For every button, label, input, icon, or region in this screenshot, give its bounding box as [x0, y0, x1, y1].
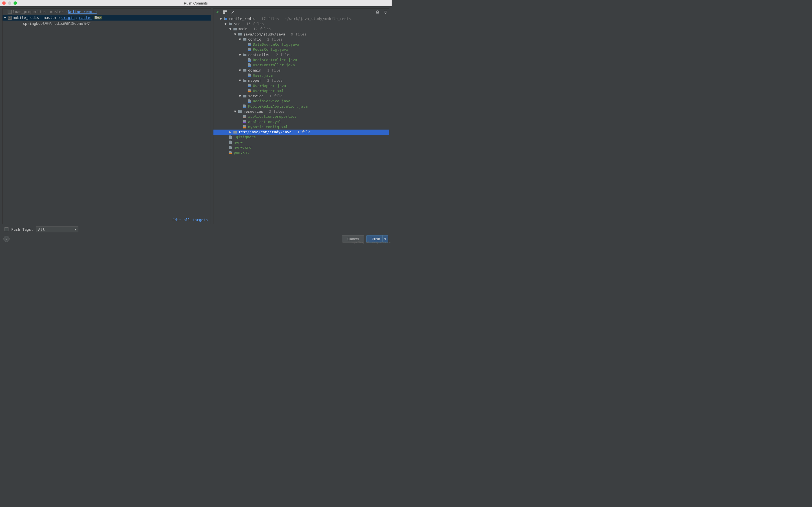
node-count: 2 files — [263, 78, 283, 82]
commits-panel: load_properties master → Define remote ▼… — [2, 8, 211, 224]
module-row-load-properties[interactable]: load_properties master → Define remote — [3, 9, 211, 15]
changes-panel: ▼mobile_redis 17 files ~/work/java_study… — [213, 8, 389, 224]
tree-row[interactable]: mvnw — [213, 140, 389, 145]
svg-rect-7 — [248, 66, 251, 67]
tree-row[interactable]: ▼config 2 files — [213, 37, 389, 42]
collapse-icon[interactable]: ▼ — [239, 38, 241, 41]
tree-row[interactable]: ▼domain 1 file — [213, 68, 389, 73]
window-title: Push Commits — [184, 1, 208, 5]
push-tags-checkbox[interactable] — [4, 227, 8, 231]
tree-row[interactable]: User.java — [213, 73, 389, 78]
push-tags-label: Push Tags: — [11, 227, 33, 231]
svg-rect-15 — [243, 127, 246, 128]
remote-branch-link[interactable]: master — [79, 15, 92, 20]
tree-row[interactable]: application.yml — [213, 119, 389, 124]
define-remote-link[interactable]: Define remote — [68, 10, 97, 14]
arrow-icon: → — [64, 10, 67, 14]
edit-all-targets-link[interactable]: Edit all targets — [172, 218, 208, 222]
collapse-icon[interactable]: ▼ — [234, 33, 237, 36]
folder-icon — [243, 38, 247, 41]
node-name: User.java — [253, 73, 273, 77]
tree-row[interactable]: mybatis-config.xml — [213, 124, 389, 129]
svg-rect-13 — [243, 117, 246, 118]
zoom-window-button[interactable] — [13, 1, 17, 5]
remote-name-link[interactable]: origin — [61, 15, 75, 20]
edit-icon[interactable] — [231, 10, 236, 15]
tree-row[interactable]: ▼java/com/study/java 9 files — [213, 32, 389, 37]
node-name: service — [248, 94, 264, 98]
changes-toolbar — [213, 9, 389, 15]
collapse-icon[interactable]: ▼ — [239, 69, 241, 71]
module-checkbox[interactable] — [8, 16, 11, 20]
main-split: load_properties master → Define remote ▼… — [0, 6, 392, 224]
chevron-down-icon: ▾ — [74, 227, 77, 231]
tree-row[interactable]: mvnw.cmd — [213, 145, 389, 150]
tree-row[interactable]: ▼src 13 files — [213, 21, 389, 26]
diff-icon[interactable] — [214, 10, 220, 15]
tree-row[interactable]: .gitignore — [213, 135, 389, 140]
collapse-icon[interactable]: ▼ — [224, 22, 227, 25]
node-count: 17 files — [257, 17, 279, 21]
tree-row[interactable]: ▶test/java/com/study/java 1 file — [213, 129, 389, 135]
tree-row[interactable]: MobileRedisApplication.java — [213, 104, 389, 109]
collapse-all-icon[interactable] — [383, 10, 388, 15]
file-icon — [248, 58, 252, 62]
file-icon — [243, 120, 247, 123]
file-icon — [248, 43, 252, 46]
module-checkbox[interactable] — [8, 10, 11, 14]
node-name: UserMapper.java — [253, 83, 286, 88]
minimize-window-button[interactable] — [8, 1, 11, 5]
node-name: RedisConfig.java — [253, 47, 288, 52]
svg-rect-12 — [243, 107, 246, 108]
svg-rect-6 — [248, 61, 251, 62]
tree-row[interactable]: UserMapper.java — [213, 83, 389, 88]
expand-all-icon[interactable] — [375, 10, 380, 15]
node-name: .gitignore — [234, 135, 256, 139]
tree-row[interactable]: application.properties — [213, 114, 389, 119]
help-button[interactable]: ? — [3, 236, 10, 242]
push-button-label: Push — [371, 237, 380, 241]
tree-row[interactable]: ▼controller 2 files — [213, 52, 389, 57]
tree-row[interactable]: ▼mapper 2 files — [213, 78, 389, 83]
tree-row[interactable]: RedisService.java — [213, 99, 389, 104]
node-path: ~/work/java_study/mobile_redis — [280, 17, 351, 21]
node-name: application.yml — [248, 120, 281, 124]
tree-row[interactable]: DataSourceConfig.java — [213, 42, 389, 47]
tree-row-root[interactable]: ▼mobile_redis 17 files ~/work/java_study… — [213, 16, 389, 21]
file-icon — [229, 140, 232, 144]
tree-row[interactable]: UserController.java — [213, 62, 389, 68]
module-row-mobile-redis[interactable]: ▼ mobile_redis master → origin : master … — [3, 15, 211, 20]
collapse-icon[interactable]: ▼ — [4, 16, 6, 19]
local-branch: master — [50, 10, 63, 14]
collapse-icon[interactable]: ▼ — [219, 17, 222, 20]
node-name: resources — [243, 109, 263, 114]
node-name: mapper — [248, 78, 261, 82]
tree-row[interactable]: UserMapper.xml — [213, 88, 389, 93]
collapse-icon[interactable]: ▼ — [234, 110, 237, 113]
folder-icon — [238, 33, 242, 36]
tree-row[interactable]: RedisConfig.java — [213, 47, 389, 52]
expand-icon[interactable]: ▶ — [229, 131, 232, 133]
tree-row[interactable]: RedisController.java — [213, 57, 389, 62]
file-icon — [243, 115, 247, 118]
node-count: 2 files — [271, 53, 291, 57]
group-by-icon[interactable] — [222, 10, 227, 15]
commit-message[interactable]: springboot整合redis的简单demo提交 — [3, 20, 211, 26]
svg-rect-9 — [248, 86, 251, 87]
collapse-icon[interactable]: ▼ — [239, 79, 241, 82]
tree-row[interactable]: pom.xml — [213, 150, 389, 155]
file-icon — [229, 151, 232, 154]
file-tree[interactable]: ▼mobile_redis 17 files ~/work/java_study… — [213, 15, 389, 224]
close-window-button[interactable] — [2, 1, 6, 5]
tree-row[interactable]: ▼main 12 files — [213, 26, 389, 32]
node-name: RedisController.java — [253, 58, 297, 62]
svg-rect-16 — [229, 153, 232, 154]
folder-icon — [243, 53, 247, 56]
collapse-icon[interactable]: ▼ — [229, 27, 232, 31]
collapse-icon[interactable]: ▼ — [239, 95, 241, 98]
file-icon — [243, 105, 247, 108]
collapse-icon[interactable]: ▼ — [239, 53, 241, 56]
push-tags-combo[interactable]: All ▾ — [36, 226, 79, 232]
tree-row[interactable]: ▼resources 3 files — [213, 109, 389, 114]
tree-row[interactable]: ▼service 1 file — [213, 93, 389, 98]
